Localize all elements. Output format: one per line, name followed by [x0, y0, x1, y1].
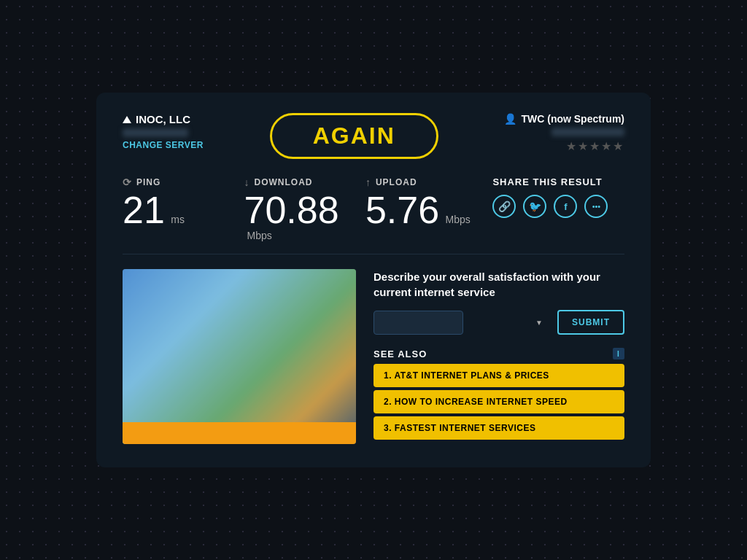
- speedtest-card: INOC, LLC CHANGE SERVER AGAIN 👤 TWC (now…: [96, 93, 651, 467]
- isp-ip-blurred: [551, 128, 624, 136]
- server-name: INOC, LLC: [123, 113, 204, 125]
- see-also-info-icon[interactable]: i: [613, 348, 624, 359]
- person-icon: 👤: [504, 113, 516, 125]
- bottom-row: Describe your overall satisfaction with …: [123, 269, 624, 444]
- share-facebook-icon[interactable]: f: [554, 195, 577, 218]
- upload-block: ↑ UPLOAD 5.76 Mbps: [365, 176, 487, 229]
- share-link-icon[interactable]: 🔗: [492, 195, 516, 218]
- server-ip-blurred: [123, 128, 188, 137]
- ping-value-row: 21 ms: [123, 191, 232, 229]
- change-server-link[interactable]: CHANGE SERVER: [123, 140, 204, 150]
- ping-value: 21: [123, 189, 165, 231]
- download-value-row: 70.88 Mbps: [244, 191, 353, 242]
- ping-label: ⟳ PING: [123, 176, 232, 188]
- see-also-title-text: SEE ALSO: [374, 349, 427, 359]
- upload-icon: ↑: [365, 176, 371, 188]
- triangle-icon: [123, 116, 131, 123]
- share-icons: 🔗 🐦 f •••: [492, 195, 624, 218]
- share-twitter-icon[interactable]: 🐦: [523, 195, 546, 218]
- again-button-wrap: AGAIN: [270, 113, 438, 159]
- share-more-icon[interactable]: •••: [584, 195, 608, 218]
- thumbnail-overlay: [123, 422, 356, 444]
- upload-value-row: 5.76 Mbps: [365, 191, 475, 229]
- top-row: INOC, LLC CHANGE SERVER AGAIN 👤 TWC (now…: [123, 113, 624, 159]
- share-title: SHARE THIS RESULT: [492, 176, 624, 187]
- download-icon: ↓: [244, 176, 249, 188]
- server-name-text: INOC, LLC: [136, 113, 190, 125]
- download-block: ↓ DOWNLOAD 70.88 Mbps: [244, 176, 365, 242]
- upload-value: 5.76: [365, 189, 439, 231]
- upload-label: ↑ UPLOAD: [365, 176, 475, 188]
- satisfaction-text: Describe your overall satisfaction with …: [374, 269, 624, 300]
- satisfaction-select[interactable]: Very Satisfied Satisfied Neutral Dissati…: [374, 311, 463, 335]
- see-also-item-1[interactable]: 1. AT&T INTERNET PLANS & PRICES: [374, 364, 624, 387]
- download-value: 70.88: [244, 189, 338, 231]
- server-right: 👤 TWC (now Spectrum) ★★★★★: [504, 113, 624, 153]
- thumbnail-image: [123, 269, 356, 444]
- again-button[interactable]: AGAIN: [270, 113, 438, 159]
- see-also-item-3[interactable]: 3. FASTEST INTERNET SERVICES: [374, 416, 624, 440]
- see-also-list: 1. AT&T INTERNET PLANS & PRICES 2. HOW T…: [374, 364, 624, 440]
- isp-name-text: TWC (now Spectrum): [521, 113, 624, 125]
- isp-stars[interactable]: ★★★★★: [566, 139, 624, 153]
- download-label: ↓ DOWNLOAD: [244, 176, 353, 188]
- stats-row: ⟳ PING 21 ms ↓ DOWNLOAD 70.88 Mbps ↑ UPL…: [123, 176, 624, 254]
- ping-block: ⟳ PING 21 ms: [123, 176, 244, 229]
- download-unit: Mbps: [247, 230, 271, 241]
- see-also-section: SEE ALSO i 1. AT&T INTERNET PLANS & PRIC…: [374, 348, 624, 440]
- submit-button[interactable]: SUBMIT: [557, 310, 624, 335]
- see-also-header: SEE ALSO i: [374, 348, 624, 359]
- upload-unit: Mbps: [446, 214, 471, 225]
- thumbnail-blur: [123, 269, 356, 444]
- server-left: INOC, LLC CHANGE SERVER: [123, 113, 204, 150]
- right-panel: Describe your overall satisfaction with …: [374, 269, 624, 440]
- see-also-item-2[interactable]: 2. HOW TO INCREASE INTERNET SPEED: [374, 390, 624, 413]
- share-block: SHARE THIS RESULT 🔗 🐦 f •••: [487, 176, 624, 218]
- isp-name: 👤 TWC (now Spectrum): [504, 113, 624, 125]
- ping-icon: ⟳: [123, 176, 132, 188]
- ping-unit: ms: [171, 214, 185, 225]
- satisfaction-select-wrapper: Very Satisfied Satisfied Neutral Dissati…: [374, 311, 550, 335]
- satisfaction-row: Very Satisfied Satisfied Neutral Dissati…: [374, 310, 624, 335]
